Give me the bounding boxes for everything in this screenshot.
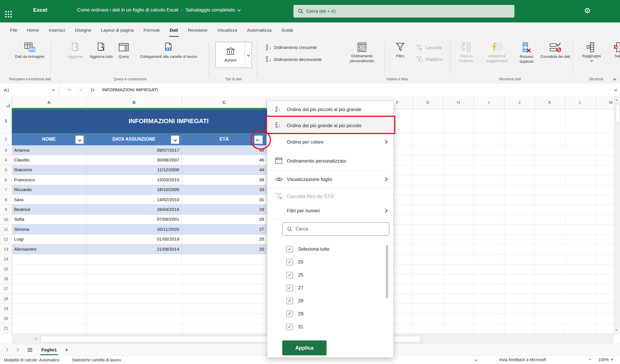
cancel-entry-icon[interactable]: ×	[68, 87, 71, 93]
row-header-2[interactable]: 2	[0, 133, 12, 145]
calc-mode-status[interactable]: Modalità di calcolo: Automatico	[4, 358, 59, 362]
row-header[interactable]: 16	[0, 274, 12, 284]
ribbon-tab[interactable]: Home	[22, 22, 44, 38]
cell-name[interactable]: Sofia	[12, 215, 86, 224]
aggiorna-button[interactable]: Aggiorna	[62, 42, 89, 59]
azioni-datatype-dropdown[interactable]: Azioni	[215, 42, 252, 68]
cell-name[interactable]: Arianna	[12, 145, 86, 155]
next-sheet-chevron[interactable]	[15, 348, 19, 352]
filter-list-scrollbar-thumb[interactable]	[386, 245, 388, 298]
cell-name[interactable]: Simona	[12, 224, 86, 234]
ribbon-tab[interactable]: Automatizza	[242, 22, 276, 38]
flash-fill-button[interactable]: Anteprima suggerimenti	[480, 42, 514, 63]
ribbon-tab[interactable]: Disegno	[70, 22, 96, 38]
cell-name[interactable]: Riccardo	[12, 185, 86, 195]
filter-search-input[interactable]: Cerca	[282, 222, 389, 236]
cell-date[interactable]: 15/03/2015	[86, 175, 182, 184]
formula-input[interactable]: INFORMAZIONI IMPIEGATI	[102, 87, 158, 92]
select-all-corner[interactable]	[0, 96, 12, 108]
filter-value-option[interactable]: ✓ 31	[287, 320, 329, 333]
waffle-menu-icon[interactable]	[5, 7, 17, 16]
row-header[interactable]: 20	[0, 314, 12, 323]
title-chevron-icon[interactable]	[237, 8, 241, 12]
prev-sheet-chevron[interactable]	[5, 348, 8, 352]
scroll-up-arrow-icon[interactable]: ▴	[616, 98, 617, 102]
row-header[interactable]: 15	[0, 264, 12, 274]
row-header[interactable]: 8	[0, 195, 12, 205]
cell-date[interactable]: 14/02/2010	[86, 195, 182, 204]
save-status[interactable]: Salvataggio completato	[186, 7, 235, 13]
cell-age[interactable]: 31	[182, 195, 266, 204]
cell-age[interactable]: 33	[182, 185, 266, 195]
expand-formula-bar-chevron[interactable]	[614, 88, 617, 91]
zoom-out-button[interactable]: −	[589, 357, 592, 363]
confirm-entry-icon[interactable]: ✓	[79, 87, 83, 93]
column-header[interactable]: A	[12, 96, 87, 108]
row-header[interactable]: 18	[0, 294, 12, 304]
menu-clear-filter[interactable]: Cancella filtro da 'ETÀ'	[267, 190, 393, 203]
search-input[interactable]: Cerca (Alt + X)	[293, 5, 514, 18]
dati-da-immagine-button[interactable]: Dati da immagine	[11, 42, 48, 59]
cell-date[interactable]: 21/09/2014	[86, 244, 182, 254]
column-header[interactable]: B	[86, 96, 182, 108]
filter-value-option[interactable]: ✓ 29	[287, 307, 329, 320]
cell-age[interactable]: 20	[182, 244, 266, 254]
cell-date[interactable]: 05/11/2020	[86, 224, 182, 234]
ribbon-tab[interactable]: Dati	[165, 22, 183, 38]
ribbon-tab[interactable]: Guida	[276, 22, 298, 38]
menu-sort-smallest-largest[interactable]: AZ↓ Ordina dal più piccolo al più grande	[267, 103, 393, 115]
cell-date[interactable]: 26/04/2016	[86, 205, 182, 214]
cell-age[interactable]: 44	[182, 165, 266, 175]
vertical-scrollbar[interactable]: ▴ ▾	[614, 96, 620, 334]
row-header[interactable]: 14	[0, 254, 12, 264]
column-header[interactable]: C	[182, 96, 267, 108]
cell-name[interactable]: Luigi	[12, 235, 86, 244]
row-header-1[interactable]: 1	[0, 109, 12, 133]
apply-filter-button[interactable]: Applica	[282, 340, 327, 355]
ribbon-tab[interactable]: File	[5, 22, 22, 38]
row-header[interactable]: 9	[0, 205, 12, 214]
ribbon-tab[interactable]: Revisione	[183, 22, 212, 38]
row-header[interactable]: 13	[0, 244, 12, 254]
cell-name[interactable]: Giacomo	[12, 165, 86, 175]
filter-value-option[interactable]: ✓ 25	[287, 268, 329, 281]
data-validation-button[interactable]: Convalida dei dati	[539, 42, 571, 59]
column-header[interactable]: J	[504, 96, 535, 108]
zoom-in-button[interactable]: +	[611, 357, 614, 363]
add-sheet-icon[interactable]: +	[65, 346, 68, 354]
menu-number-filters[interactable]: Filtri per numeri	[267, 204, 393, 217]
sort-ascending-button[interactable]: AZ↓ Ordinamento crescente	[266, 44, 317, 51]
azioni-dropdown-chevron[interactable]	[245, 42, 251, 68]
cell-name[interactable]: Beatrice	[12, 205, 86, 214]
settings-gear-icon[interactable]: ⚙	[584, 6, 591, 15]
ribbon-tab[interactable]: Inserisci	[44, 22, 70, 38]
column-header[interactable]: K	[535, 96, 565, 108]
query-button[interactable]: Query	[115, 42, 133, 59]
menu-sort-by-color[interactable]: Ordina per colore	[267, 135, 393, 149]
select-all-option[interactable]: ✓ Seleziona tutto	[287, 243, 329, 256]
cell-name[interactable]: Sara	[12, 195, 86, 204]
cell-age[interactable]: 25	[182, 235, 266, 244]
filter-dropdown-nome[interactable]	[75, 136, 84, 144]
all-sheets-menu-icon[interactable]	[28, 348, 32, 349]
aggiorna-tutto-button[interactable]: Aggiorna tutto	[88, 42, 115, 59]
cell-age[interactable]: 46	[182, 155, 266, 165]
row-header[interactable]: 11	[0, 224, 12, 234]
row-header[interactable]: 21	[0, 323, 12, 333]
filter-value-option[interactable]: ✓ 28	[287, 294, 329, 307]
sheet-tab-foglio1[interactable]: Foglio1	[40, 344, 58, 356]
ribbon-tab[interactable]: Formule	[139, 22, 165, 38]
vertical-scrollbar-thumb[interactable]	[615, 104, 620, 123]
cell-date[interactable]: 07/08/2001	[86, 215, 182, 224]
row-header[interactable]: 19	[0, 304, 12, 314]
cell-age[interactable]: 29	[182, 205, 266, 214]
cell-date[interactable]: 09/07/2017	[86, 145, 182, 155]
ribbon-tab[interactable]: Visualizza	[212, 22, 242, 38]
filter-button[interactable]: Filtro	[387, 42, 413, 58]
zoom-level[interactable]: 100%	[598, 357, 609, 362]
cell-date[interactable]: 01/05/2019	[86, 235, 182, 244]
column-header[interactable]: G	[413, 96, 443, 108]
cell-date[interactable]: 18/10/2005	[86, 185, 182, 195]
cell-date[interactable]: 30/06/2007	[86, 155, 182, 165]
filter-value-option[interactable]: ✓ 27	[287, 281, 329, 294]
